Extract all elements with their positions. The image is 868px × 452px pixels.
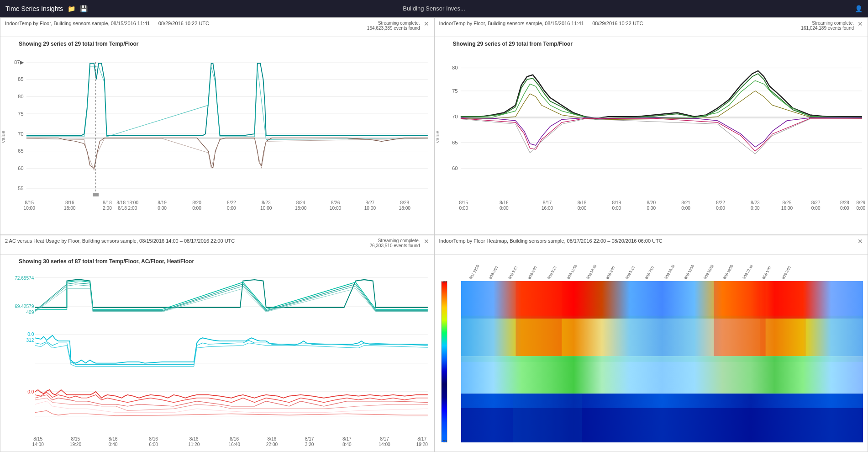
svg-text:0:00: 0:00 [811,206,820,211]
svg-text:8/18 14:40: 8/18 14:40 [585,264,598,280]
svg-text:0:00: 0:00 [856,206,865,211]
svg-text:8/20: 8/20 [192,200,201,205]
svg-text:19:20: 19:20 [70,441,81,447]
panel-bottom-right: IndoorTemp by Floor Heatmap, Building se… [434,235,868,452]
svg-text:14:00: 14:00 [32,441,44,447]
svg-text:0:00: 0:00 [459,206,468,211]
svg-text:8/17: 8/17 [342,436,352,441]
svg-text:72.65574: 72.65574 [15,275,34,281]
svg-text:0:00: 0:00 [840,206,849,211]
panel-bl-header: 2 AC versus Heat Usage by Floor, Buildin… [0,235,434,255]
panel-bl-status2: 26,303,510 events found [369,243,420,248]
panel-bl-status: Streaming complete. 26,303,510 events fo… [369,238,420,248]
svg-text:312: 312 [26,337,34,343]
panel-tl-close[interactable]: ✕ [424,21,429,27]
svg-rect-138 [461,315,863,362]
panel-tr-close[interactable]: ✕ [857,21,863,27]
panel-br-close[interactable]: ✕ [857,238,863,245]
panel-tr-title: IndoorTemp by Floor, Building sensors sa… [439,21,797,26]
svg-text:8/23: 8/23 [262,200,271,205]
svg-text:8/16: 8/16 [499,200,508,205]
panel-top-right: IndoorTemp by Floor, Building sensors sa… [434,17,868,235]
svg-text:8/18 3:40: 8/18 3:40 [507,266,519,279]
svg-text:8/15: 8/15 [71,436,80,441]
svg-text:8/15: 8/15 [459,200,468,205]
svg-text:80: 80 [18,94,24,99]
svg-text:8/16: 8/16 [65,200,74,205]
svg-text:85: 85 [18,77,24,82]
svg-text:8/18 6:30: 8/18 6:30 [526,266,538,279]
svg-text:8/29: 8/29 [856,200,865,205]
svg-text:8/19 18:30: 8/19 18:30 [722,264,734,280]
panel-br-header: IndoorTemp by Floor Heatmap, Building se… [435,235,868,255]
panel-bl-chart: Showing 30 series of 87 total from Temp/… [0,255,434,452]
svg-text:11:20: 11:20 [188,441,200,447]
svg-text:8/19: 8/19 [158,200,167,205]
panel-tr-subtitle: Showing 29 series of 29 total from Temp/… [435,37,868,49]
svg-text:60: 60 [452,165,458,171]
svg-text:8/28: 8/28 [840,200,849,205]
svg-text:0:00: 0:00 [227,206,236,211]
heatmap-color-scale: 87 53 [439,281,448,443]
svg-text:22:00: 22:00 [266,441,278,447]
svg-text:409: 409 [26,309,34,315]
svg-text:8/18 9:10: 8/18 9:10 [546,266,558,279]
panel-tr-status1: Streaming complete. [801,21,854,26]
svg-text:8/15: 8/15 [33,436,42,441]
svg-text:8/16: 8/16 [109,436,118,441]
svg-text:8/17: 8/17 [417,436,426,441]
svg-text:8/20 3:50: 8/20 3:50 [780,266,792,279]
svg-text:0:00: 0:00 [192,206,201,211]
svg-text:8/19 5:10: 8/19 5:10 [624,266,636,279]
svg-text:16:40: 16:40 [229,441,240,447]
panel-bottom-left: 2 AC versus Heat Usage by Floor, Buildin… [0,235,434,452]
folder-icon[interactable]: 📁 [68,5,75,12]
svg-text:8/16: 8/16 [189,436,199,441]
window-title: Building Sensor Inves... [403,5,465,12]
svg-text:8/25: 8/25 [782,200,791,205]
svg-rect-42 [93,193,99,197]
svg-text:8/16: 8/16 [230,436,239,441]
svg-text:8/23: 8/23 [751,200,760,205]
svg-text:8/18 18:00: 8/18 18:00 [116,200,138,205]
panel-tl-chart: Showing 29 series of 29 total from Temp/… [0,37,434,234]
svg-text:0:00: 0:00 [158,206,167,211]
titlebar: Time Series Insights 📁 💾 Building Sensor… [0,0,868,17]
svg-text:10:00: 10:00 [260,206,272,211]
panel-tl-svg: 87▶ 85 80 75 70 65 60 55 value [0,51,434,234]
svg-text:8/20 1:00: 8/20 1:00 [761,266,773,279]
svg-text:8/20: 8/20 [647,200,656,205]
svg-text:8/17 22:00: 8/17 22:00 [468,264,480,280]
svg-text:0:00: 0:00 [577,206,586,211]
svg-text:0:40: 0:40 [109,441,118,447]
svg-text:8/17: 8/17 [542,200,552,205]
panel-tr-header: IndoorTemp by Floor, Building sensors sa… [435,18,868,37]
panel-bl-close[interactable]: ✕ [424,238,429,245]
svg-text:8/27: 8/27 [366,200,375,205]
svg-text:55: 55 [18,186,24,191]
svg-text:8/16: 8/16 [268,436,277,441]
svg-text:8/16: 8/16 [149,436,158,441]
save-icon[interactable]: 💾 [80,5,88,12]
svg-text:8/19 22:10: 8/19 22:10 [742,264,754,280]
svg-text:8/19 13:10: 8/19 13:10 [683,264,695,280]
svg-text:2:00: 2:00 [103,206,112,211]
svg-text:10:00: 10:00 [24,206,36,211]
svg-text:8/17: 8/17 [380,436,389,441]
svg-text:8/18: 8/18 [103,200,112,205]
user-icon[interactable]: 👤 [855,5,863,12]
heatmap-x-labels: 8/17 22:00 8/18 0:50 8/18 3:40 8/18 6:30… [461,255,863,281]
panel-tl-title: IndoorTemp by Floor, Building sensors sa… [5,21,363,26]
svg-text:70: 70 [452,114,458,119]
svg-text:60: 60 [18,165,24,171]
panel-tr-chart: Showing 29 series of 29 total from Temp/… [435,37,868,234]
svg-text:19:20: 19:20 [416,441,428,447]
svg-text:8:40: 8:40 [342,441,352,447]
svg-text:69.42579: 69.42579 [15,303,34,309]
main-grid: IndoorTemp by Floor, Building sensors sa… [0,17,868,452]
svg-text:80: 80 [452,65,458,70]
svg-text:0.0: 0.0 [27,331,34,337]
svg-rect-140 [513,394,582,442]
svg-text:8/18 2:00: 8/18 2:00 [118,206,137,211]
svg-text:8/18 11:50: 8/18 11:50 [566,264,578,280]
